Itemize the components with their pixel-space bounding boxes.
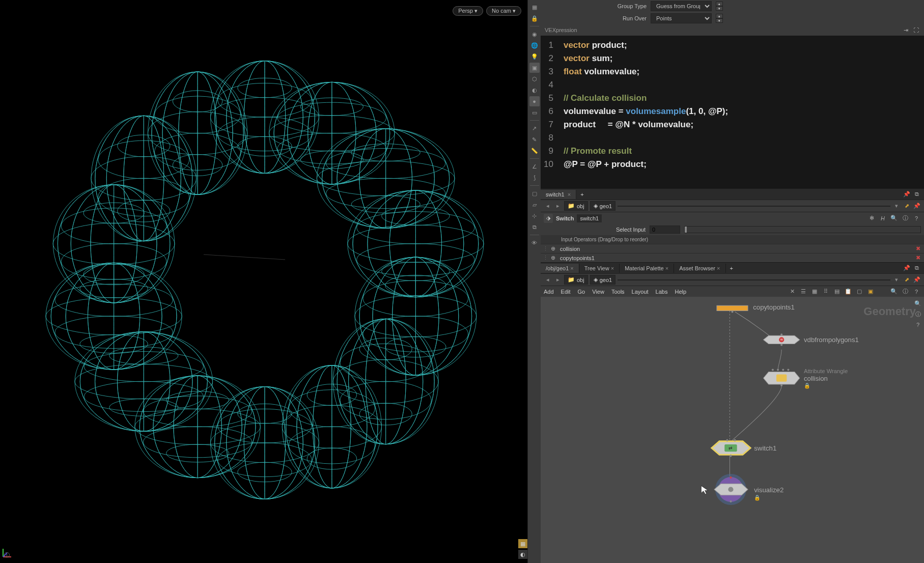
gear-icon[interactable]: ✻ — [867, 214, 876, 223]
ruler-icon[interactable]: 📏 — [529, 146, 540, 156]
net-jump-icon[interactable]: ⬈ — [903, 276, 911, 284]
viewport-panel[interactable]: Persp ▾ No cam ▾ ⓘ ▦ ◐ — [0, 0, 527, 563]
link-icon[interactable]: ⧉ — [529, 222, 540, 232]
note-icon[interactable]: 📋 — [844, 287, 853, 296]
angle-icon[interactable]: ∠ — [529, 161, 540, 172]
path-segment-geo[interactable]: ◈geo1 — [590, 201, 615, 211]
arrow-icon[interactable]: ↗ — [529, 123, 540, 133]
code-body[interactable]: vector product;vector sum;float volumeva… — [558, 36, 733, 188]
network-view[interactable]: Geometry copytopoints1 ∞ — [541, 297, 924, 563]
net-help-icon[interactable]: ? — [912, 287, 921, 296]
dots-icon[interactable]: ⠿ — [821, 287, 830, 296]
viewport-info[interactable]: ⓘ — [4, 550, 10, 559]
delete-icon[interactable]: ✖ — [914, 245, 922, 252]
input-row[interactable]: ⋮⊕copytopoints1✖ — [541, 253, 924, 262]
jump-icon[interactable]: ⬈ — [903, 202, 911, 210]
net-help2-icon[interactable]: ? — [913, 320, 922, 329]
net-pin-icon[interactable]: 📌 — [913, 276, 921, 284]
select-input-value[interactable] — [650, 226, 680, 234]
close-icon[interactable]: × — [568, 191, 571, 198]
run-over-spinner[interactable]: ▴▾ — [716, 14, 723, 23]
list-icon[interactable]: ☰ — [799, 287, 808, 296]
node-tab[interactable]: switch1× — [541, 190, 576, 199]
axis-icon[interactable]: ⊹ — [529, 211, 540, 221]
menu-go[interactable]: Go — [578, 289, 585, 295]
net-forward-button[interactable]: ▸ — [554, 276, 562, 284]
group-type-select[interactable]: Guess from Group — [651, 1, 712, 11]
net-path-geo[interactable]: ◈geo1 — [590, 275, 615, 285]
pin-path-icon[interactable]: 📌 — [913, 202, 921, 210]
menu-view[interactable]: View — [592, 289, 604, 295]
menu-add[interactable]: Add — [544, 289, 554, 295]
plane-icon[interactable]: ▱ — [529, 200, 540, 210]
render-icon[interactable]: ▦ — [529, 2, 540, 12]
popout-icon[interactable]: ⧉ — [913, 190, 921, 199]
grid-view-icon[interactable]: ▦ — [810, 287, 819, 296]
back-button[interactable]: ◂ — [544, 202, 552, 210]
grid-icon[interactable]: ▦ — [518, 539, 527, 548]
help-icon[interactable]: ? — [912, 214, 921, 223]
network-path-tab[interactable]: /obj/geo1 × — [541, 264, 579, 273]
h-icon[interactable]: H — [878, 214, 887, 223]
tools-icon[interactable]: ✕ — [788, 287, 797, 296]
menu-edit[interactable]: Edit — [561, 289, 571, 295]
node-vdbfrompolygons[interactable]: ∞ vdbfrompolygons1 — [764, 333, 859, 346]
globe-icon[interactable]: 🌐 — [529, 40, 540, 50]
net-search-icon[interactable]: 🔍 — [913, 299, 922, 308]
add-network-tab[interactable]: + — [726, 264, 737, 273]
sphere-icon[interactable]: ● — [529, 96, 540, 106]
net-back-button[interactable]: ◂ — [544, 276, 552, 284]
group-type-spinner[interactable]: ▴▾ — [716, 2, 723, 11]
popout-net-icon[interactable]: ⧉ — [913, 264, 921, 272]
node-visualize[interactable]: visualize2 🔒 — [714, 474, 783, 505]
bg-icon[interactable]: ▭ — [529, 107, 540, 118]
box-icon[interactable]: ▢ — [529, 188, 540, 199]
pen-icon[interactable]: ✎ — [529, 134, 540, 145]
treeview-tab[interactable]: Tree View × — [579, 264, 620, 273]
run-over-select[interactable]: Points — [651, 13, 712, 23]
lock-icon[interactable]: 🔒 — [529, 13, 540, 23]
menu-labs[interactable]: Labs — [656, 289, 668, 295]
curve-icon[interactable]: ⟆ — [529, 173, 540, 183]
search-icon[interactable]: 🔍 — [889, 214, 899, 223]
add-tab-button[interactable]: + — [576, 190, 587, 199]
select-input-slider[interactable] — [684, 226, 921, 233]
node-collision[interactable]: Attribute Wrangle collision 🔒 — [764, 368, 848, 389]
net-path-obj[interactable]: 📁obj — [564, 275, 588, 285]
net-info2-icon[interactable]: ⓘ — [913, 309, 922, 319]
net-dropdown-icon[interactable]: ▾ — [892, 276, 901, 284]
forward-button[interactable]: ▸ — [554, 202, 562, 210]
delete-icon[interactable]: ✖ — [914, 255, 922, 261]
node-copytopoints[interactable]: copytopoints1 — [717, 303, 795, 313]
sticky-icon[interactable]: ▢ — [855, 287, 864, 296]
code-editor[interactable]: 12345678910 vector product;vector sum;fl… — [541, 36, 924, 188]
menu-tools[interactable]: Tools — [611, 289, 625, 295]
input-row[interactable]: ⋮⊕collision✖ — [541, 244, 924, 253]
find-icon[interactable]: 🔍 — [889, 287, 899, 296]
shade-icon[interactable]: ▣ — [529, 63, 540, 73]
menu-help[interactable]: Help — [675, 289, 686, 295]
mat-icon[interactable]: ◐ — [529, 85, 540, 95]
perspective-dropdown[interactable]: Persp ▾ — [453, 6, 483, 16]
node-switch[interactable]: ⇄ switch1 — [712, 439, 777, 457]
dropdown-icon[interactable]: ▾ — [892, 202, 901, 210]
pin-net-icon[interactable]: 📌 — [903, 264, 911, 272]
wire-icon[interactable]: ⬡ — [529, 74, 540, 84]
info-icon[interactable]: ⓘ — [901, 214, 910, 223]
light-icon[interactable]: ◐ — [518, 550, 527, 559]
layout-icon[interactable]: ▤ — [832, 287, 842, 296]
menu-layout[interactable]: Layout — [632, 289, 649, 295]
box-view-icon[interactable]: ▣ — [866, 287, 875, 296]
pin-icon[interactable]: 📌 — [903, 190, 911, 199]
bulb-icon[interactable]: 💡 — [529, 51, 540, 62]
camera-dropdown[interactable]: No cam ▾ — [486, 6, 521, 16]
node-name-field[interactable]: switch1 — [577, 214, 602, 222]
preset-icon[interactable]: ⇥ — [902, 26, 910, 34]
material-tab[interactable]: Material Palette × — [620, 264, 674, 273]
asset-tab[interactable]: Asset Browser × — [674, 264, 725, 273]
net-info-icon[interactable]: ⓘ — [901, 287, 910, 296]
path-segment-obj[interactable]: 📁obj — [564, 201, 588, 211]
ghost-icon[interactable]: ◉ — [529, 29, 540, 39]
eye-icon[interactable]: 👁 — [529, 238, 540, 248]
expand-icon[interactable]: ⛶ — [912, 26, 920, 34]
